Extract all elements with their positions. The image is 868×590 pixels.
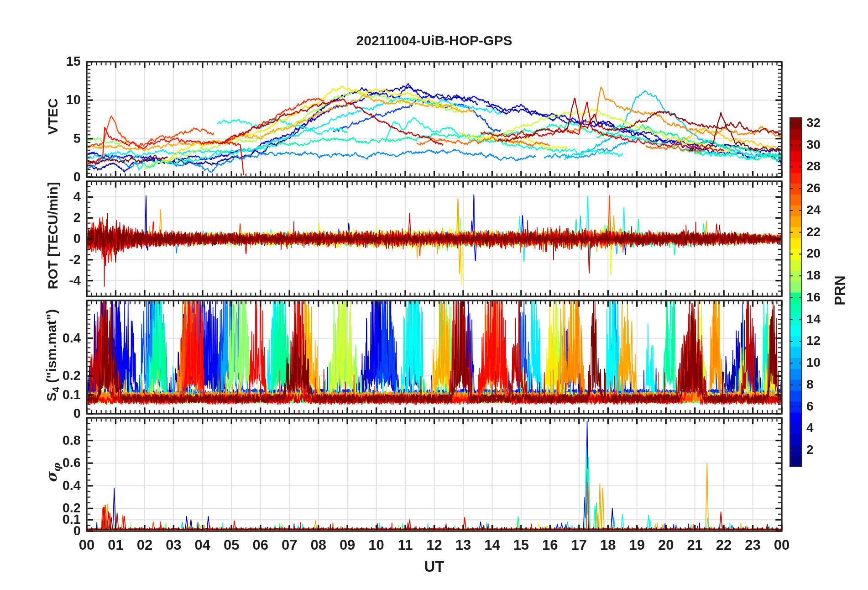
y-tick-label: 0.4 <box>18 331 81 346</box>
colorbar-tick-label: 18 <box>806 268 843 283</box>
colorbar-tick-label: 30 <box>806 137 843 152</box>
y-tick-label: 10 <box>18 92 81 107</box>
figure: 20211004-UiB-HOP-GPS VTEC ROT [TECU/min]… <box>0 0 868 590</box>
y-tick-label: 15 <box>18 54 81 69</box>
x-axis-label: UT <box>87 558 782 575</box>
y-tick-label: 0.2 <box>18 500 81 516</box>
y-tick-label: 0.1 <box>18 387 81 402</box>
colorbar-tick-label: 2 <box>806 442 843 457</box>
y-tick-label: 0 <box>18 231 81 246</box>
y-tick-label: 5 <box>18 131 81 146</box>
colorbar-tick-label: 28 <box>806 159 843 174</box>
y-tick-label: 0 <box>18 169 81 184</box>
colorbar-tick-label: 24 <box>806 203 843 217</box>
colorbar-tick-label: 16 <box>806 290 843 305</box>
y-tick-label: -2 <box>18 252 81 267</box>
chart-title: 20211004-UiB-HOP-GPS <box>87 33 782 48</box>
colorbar-tick-label: 10 <box>806 355 843 370</box>
colorbar-tick-label: 6 <box>806 399 843 414</box>
x-tick-label: 00 <box>761 537 802 553</box>
chart-canvas <box>0 0 868 590</box>
y-tick-label: 2 <box>18 210 81 225</box>
colorbar-tick-label: 32 <box>806 116 843 130</box>
y-tick-label: 0.2 <box>18 368 81 383</box>
colorbar-tick-label: 22 <box>806 225 843 239</box>
y-tick-label: 0.8 <box>18 433 81 448</box>
y-tick-label: -4 <box>18 273 81 288</box>
colorbar-tick-label: 26 <box>806 181 843 195</box>
colorbar-tick-label: 14 <box>806 312 843 327</box>
colorbar-tick-label: 12 <box>806 333 843 348</box>
colorbar-tick-label: 20 <box>806 246 843 261</box>
y-tick-label: 4 <box>18 189 81 204</box>
colorbar-tick-label: 8 <box>806 377 843 392</box>
y-tick-label: 0.4 <box>18 478 81 493</box>
y-tick-label: 0 <box>18 406 81 421</box>
y-tick-label: 0.6 <box>18 455 81 470</box>
colorbar-tick-label: 4 <box>806 421 843 435</box>
